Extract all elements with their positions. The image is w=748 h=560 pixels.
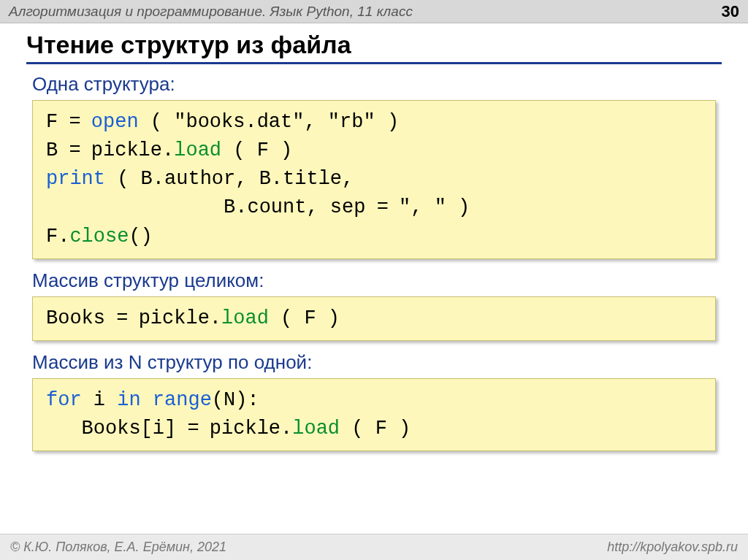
code-text: ( B.author, B.title,	[105, 168, 354, 190]
code-text: i	[82, 389, 118, 411]
code-text: B.count, sep	[46, 196, 365, 218]
code-text: pickle.	[210, 418, 292, 440]
section2-label: Массив структур целиком:	[32, 269, 722, 292]
code-text: F.	[46, 226, 69, 248]
code-text: (N):	[212, 389, 259, 411]
footer-left: © К.Ю. Поляков, Е.А. Ерёмин, 2021	[10, 540, 226, 555]
code-text	[141, 389, 153, 411]
header-title: Алгоритмизация и программирование. Язык …	[9, 4, 413, 20]
keyword-for: for	[46, 389, 82, 411]
keyword-load: load	[292, 418, 340, 440]
code-block-2: Books = pickle.load ( F )	[32, 296, 716, 341]
code-text: =	[176, 418, 210, 440]
footer: © К.Ю. Поляков, Е.А. Ерёмин, 2021 http:/…	[0, 534, 748, 560]
main-title: Чтение структур из файла	[26, 31, 722, 64]
code-block-1: F = open ( "books.dat", "rb" ) B = pickl…	[32, 100, 716, 259]
code-text: B	[46, 139, 58, 161]
code-text: ( F )	[221, 139, 292, 161]
code-text: Books[i]	[46, 418, 176, 440]
code-block-3: for i in range(N): Books[i] = pickle.loa…	[32, 378, 716, 451]
content: Чтение структур из файла Одна структура:…	[0, 23, 748, 451]
code-text: =	[58, 139, 91, 161]
keyword-print: print	[46, 168, 105, 190]
page-number: 30	[722, 2, 739, 21]
code-text: ( "books.dat", "rb" )	[139, 111, 399, 133]
code-text: =	[365, 196, 399, 218]
footer-right: http://kpolyakov.spb.ru	[607, 540, 738, 555]
code-text: ()	[129, 226, 152, 248]
keyword-in: in	[117, 389, 140, 411]
keyword-load: load	[174, 139, 221, 161]
code-text: pickle.	[91, 139, 174, 161]
keyword-close: close	[69, 226, 129, 248]
section3-label: Массив из N структур по одной:	[32, 351, 722, 374]
code-text: ", " )	[399, 196, 470, 218]
keyword-load: load	[221, 307, 269, 329]
code-text: ( F )	[340, 418, 411, 440]
code-text: ( F )	[269, 307, 340, 329]
section1-label: Одна структура:	[32, 73, 722, 96]
keyword-range: range	[153, 389, 212, 411]
code-text: =	[58, 111, 91, 133]
keyword-open: open	[91, 111, 139, 133]
code-text: =	[105, 307, 139, 329]
code-text: F	[46, 111, 58, 133]
code-text: Books	[46, 307, 105, 329]
header-bar: Алгоритмизация и программирование. Язык …	[0, 0, 748, 23]
code-text: pickle.	[139, 307, 221, 329]
